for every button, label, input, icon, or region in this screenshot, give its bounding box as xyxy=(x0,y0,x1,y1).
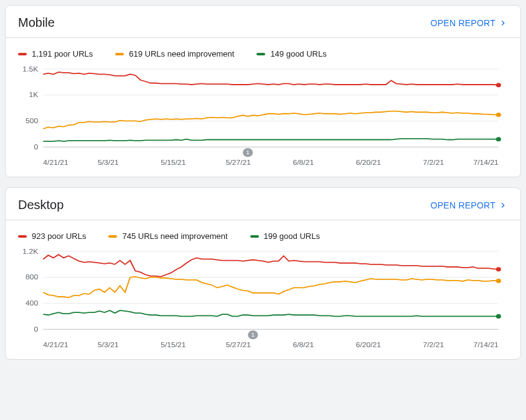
svg-point-19 xyxy=(496,113,501,117)
svg-text:0: 0 xyxy=(34,325,39,332)
svg-text:800: 800 xyxy=(26,274,38,281)
svg-text:4/21/21: 4/21/21 xyxy=(43,159,68,166)
svg-text:0: 0 xyxy=(34,143,39,150)
open-report-label: OPEN REPORT xyxy=(431,18,495,28)
open-report-label: OPEN REPORT xyxy=(431,200,495,210)
svg-text:4/21/21: 4/21/21 xyxy=(43,341,68,348)
svg-text:1: 1 xyxy=(246,149,250,155)
legend-poor: 1,191 poor URLs xyxy=(18,49,93,58)
svg-point-20 xyxy=(496,137,501,141)
legend-poor-label: 1,191 poor URLs xyxy=(32,49,93,58)
legend-improve: 745 URLs need improvement xyxy=(108,231,227,241)
good-swatch xyxy=(256,53,265,55)
svg-text:500: 500 xyxy=(26,118,38,124)
desktop-card: Desktop OPEN REPORT 923 poor URLs 745 UR… xyxy=(5,187,521,360)
svg-text:7/2/21: 7/2/21 xyxy=(423,341,444,348)
improve-swatch xyxy=(115,53,124,55)
svg-text:6/20/21: 6/20/21 xyxy=(356,159,381,166)
mobile-chart-wrap: 05001K1.5K4/21/215/3/215/15/215/27/216/8… xyxy=(6,63,520,177)
svg-text:1.2K: 1.2K xyxy=(22,248,38,254)
poor-swatch xyxy=(18,53,27,55)
legend-improve-label: 745 URLs need improvement xyxy=(122,231,227,241)
chevron-right-icon xyxy=(498,200,508,210)
svg-text:7/14/21: 7/14/21 xyxy=(473,341,498,348)
legend-poor: 923 poor URLs xyxy=(18,231,86,241)
poor-swatch xyxy=(18,235,27,238)
svg-text:5/3/21: 5/3/21 xyxy=(98,341,119,348)
svg-point-41 xyxy=(496,314,501,319)
desktop-chart-wrap: 04008001.2K4/21/215/3/215/15/215/27/216/… xyxy=(6,246,520,359)
mobile-title: Mobile xyxy=(18,16,55,30)
svg-text:7/2/21: 7/2/21 xyxy=(423,159,444,166)
desktop-card-header: Desktop OPEN REPORT xyxy=(6,188,520,220)
legend-good: 199 good URLs xyxy=(250,231,320,241)
good-swatch xyxy=(250,235,259,238)
svg-text:7/14/21: 7/14/21 xyxy=(473,159,498,166)
mobile-card-header: Mobile OPEN REPORT xyxy=(6,6,520,37)
mobile-chart: 05001K1.5K4/21/215/3/215/15/215/27/216/8… xyxy=(18,63,508,169)
svg-text:1.5K: 1.5K xyxy=(22,65,38,72)
svg-text:6/8/21: 6/8/21 xyxy=(293,159,314,166)
svg-text:6/8/21: 6/8/21 xyxy=(293,341,314,348)
improve-swatch xyxy=(108,235,117,238)
svg-text:5/27/21: 5/27/21 xyxy=(226,341,251,348)
desktop-title: Desktop xyxy=(18,198,63,212)
mobile-legend: 1,191 poor URLs 619 URLs need improvemen… xyxy=(6,38,520,63)
chevron-right-icon xyxy=(498,18,508,28)
legend-good: 149 good URLs xyxy=(256,49,326,58)
svg-text:5/15/21: 5/15/21 xyxy=(161,159,186,166)
svg-text:1K: 1K xyxy=(29,91,38,98)
legend-improve-label: 619 URLs need improvement xyxy=(129,49,234,58)
svg-text:5/15/21: 5/15/21 xyxy=(161,341,186,348)
svg-point-40 xyxy=(496,279,501,283)
svg-point-39 xyxy=(496,267,501,271)
svg-text:1: 1 xyxy=(251,331,255,337)
svg-text:5/3/21: 5/3/21 xyxy=(98,159,119,166)
legend-good-label: 199 good URLs xyxy=(264,231,320,241)
open-report-mobile[interactable]: OPEN REPORT xyxy=(431,18,508,28)
legend-poor-label: 923 poor URLs xyxy=(32,231,86,241)
open-report-desktop[interactable]: OPEN REPORT xyxy=(431,200,508,210)
svg-point-18 xyxy=(496,83,501,87)
svg-text:400: 400 xyxy=(26,300,38,307)
mobile-card: Mobile OPEN REPORT 1,191 poor URLs 619 U… xyxy=(5,5,521,177)
legend-improve: 619 URLs need improvement xyxy=(115,49,234,58)
desktop-legend: 923 poor URLs 745 URLs need improvement … xyxy=(6,220,520,246)
svg-text:6/20/21: 6/20/21 xyxy=(356,341,381,348)
desktop-chart: 04008001.2K4/21/215/3/215/15/215/27/216/… xyxy=(18,246,508,352)
svg-text:5/27/21: 5/27/21 xyxy=(226,159,251,166)
legend-good-label: 149 good URLs xyxy=(270,49,326,58)
